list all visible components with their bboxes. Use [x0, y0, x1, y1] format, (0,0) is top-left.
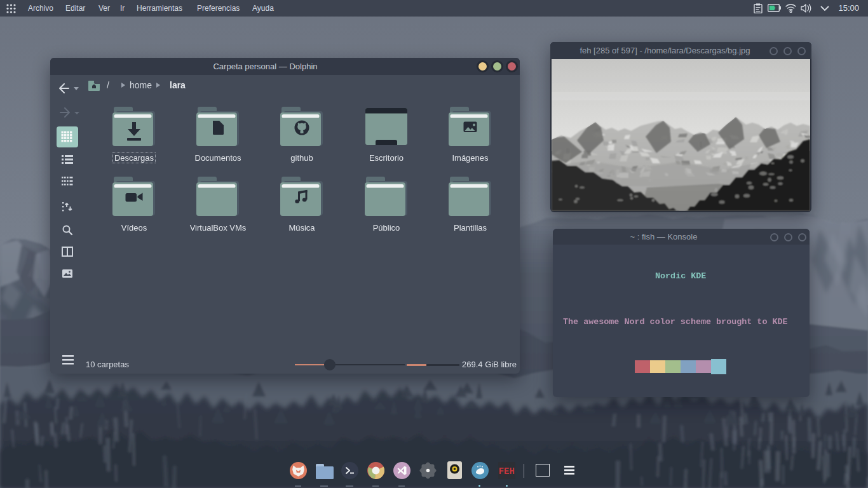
svg-text:FEH: FEH: [499, 466, 515, 477]
